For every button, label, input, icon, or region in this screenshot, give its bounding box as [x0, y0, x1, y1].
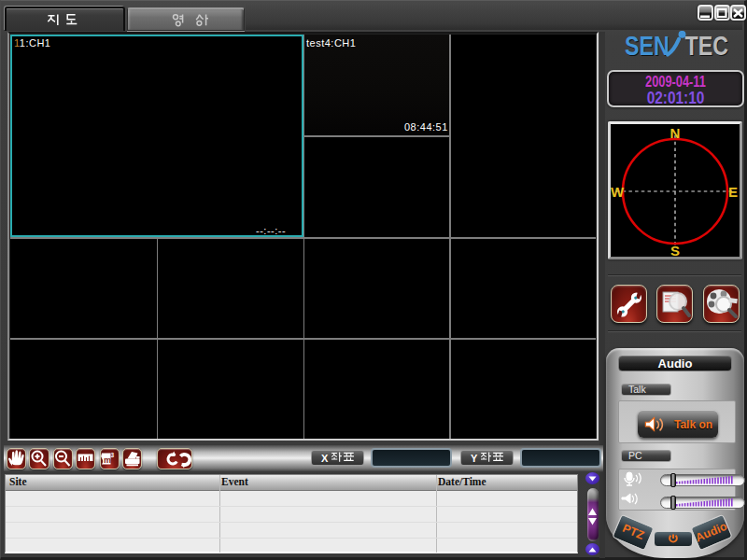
- svg-text:N: N: [670, 125, 681, 141]
- svg-text:SEN: SEN: [625, 31, 669, 61]
- svg-text:X: X: [321, 453, 329, 464]
- svg-text:3: 3: [111, 452, 115, 458]
- svg-text:Y: Y: [471, 453, 478, 464]
- svg-text:S: S: [670, 243, 680, 257]
- svg-text:E: E: [728, 184, 738, 200]
- svg-text:W: W: [611, 184, 625, 200]
- svg-text:TEC: TEC: [685, 31, 728, 61]
